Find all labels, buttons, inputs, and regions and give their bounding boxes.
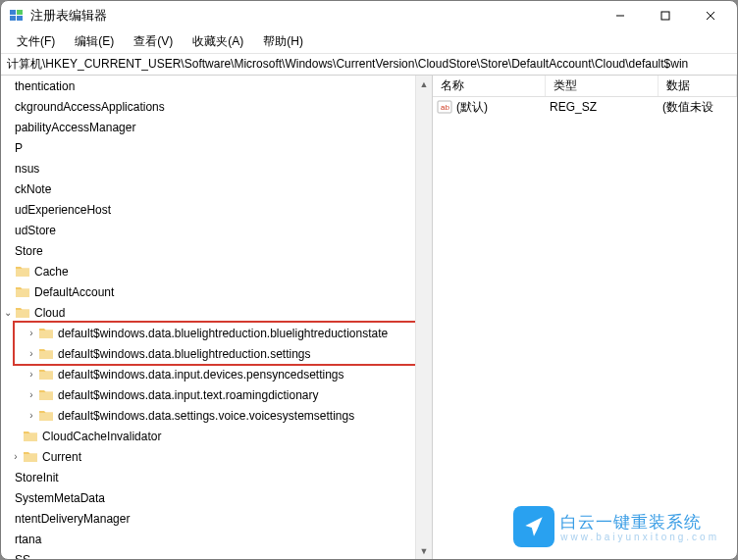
column-data[interactable]: 数据 — [659, 76, 737, 96]
registry-tree[interactable]: thenticationckgroundAccessApplicationspa… — [1, 76, 415, 559]
chevron-right-icon[interactable]: › — [9, 450, 23, 464]
tree-item[interactable]: DefaultAccount — [1, 281, 415, 302]
tree-item[interactable]: pabilityAccessManager — [1, 117, 415, 137]
folder-icon — [38, 326, 54, 341]
tree-item[interactable]: udStore — [1, 220, 415, 240]
tree-item[interactable]: rtana — [1, 529, 415, 549]
menu-help[interactable]: 帮助(H) — [253, 31, 313, 52]
tree-item[interactable]: thentication — [1, 76, 415, 96]
tree-item[interactable]: ›default$windows.data.settings.voice.voi… — [1, 405, 415, 426]
tree-item-label: SS — [15, 553, 30, 560]
tree-item-label: ckgroundAccessApplications — [15, 100, 165, 114]
watermark-subtext: www.baiyunxitong.com — [560, 532, 719, 542]
chevron-down-icon[interactable]: ⌄ — [1, 306, 15, 320]
tree-item-label: ckNote — [15, 182, 51, 196]
column-headers: 名称 类型 数据 — [433, 76, 737, 97]
svg-text:ab: ab — [441, 103, 449, 112]
address-bar[interactable]: 计算机\HKEY_CURRENT_USER\Software\Microsoft… — [1, 54, 737, 76]
tree-item[interactable]: Store — [1, 240, 415, 261]
tree-item-label: thentication — [15, 79, 75, 93]
tree-item[interactable]: ›default$windows.data.bluelightreduction… — [1, 343, 415, 364]
tree-item-label: default$windows.data.bluelightreduction.… — [58, 347, 311, 361]
tree-item-label: pabilityAccessManager — [15, 121, 135, 134]
tree-item[interactable]: ›default$windows.data.bluelightreduction… — [1, 323, 415, 343]
registry-editor-window: 注册表编辑器 文件(F) 编辑(E) 查看(V) 收藏夹(A) 帮助(H) 计算… — [0, 0, 738, 560]
menu-edit[interactable]: 编辑(E) — [65, 31, 124, 52]
tree-item[interactable]: Cache — [1, 261, 415, 281]
values-list[interactable]: ab(默认)REG_SZ(数值未设 — [433, 97, 737, 117]
tree-item-label: Store — [15, 244, 43, 258]
folder-icon — [15, 264, 30, 280]
tree-item-label: rtana — [15, 533, 41, 546]
tree-item-label: udStore — [15, 224, 56, 237]
tree-item-label: default$windows.data.input.devices.pensy… — [58, 368, 344, 382]
scroll-down-icon[interactable]: ▼ — [416, 542, 433, 559]
column-name[interactable]: 名称 — [433, 76, 546, 96]
chevron-right-icon[interactable]: › — [25, 327, 38, 340]
app-icon — [9, 8, 25, 24]
values-pane: 名称 类型 数据 ab(默认)REG_SZ(数值未设 — [433, 76, 737, 559]
tree-item-label: P — [15, 141, 23, 155]
folder-icon — [23, 429, 38, 444]
value-row[interactable]: ab(默认)REG_SZ(数值未设 — [433, 97, 737, 117]
string-value-icon: ab — [437, 99, 452, 115]
value-data: (数值未设 — [662, 99, 737, 116]
tree-item[interactable]: StoreInit — [1, 467, 415, 487]
maximize-button[interactable] — [643, 1, 688, 30]
tree-item[interactable]: SystemMetaData — [1, 487, 415, 508]
tree-item[interactable]: SS — [1, 549, 415, 559]
folder-icon — [15, 284, 30, 300]
tree-item-label: SystemMetaData — [15, 491, 105, 505]
menu-favorites[interactable]: 收藏夹(A) — [183, 31, 253, 52]
tree-item[interactable]: udExperienceHost — [1, 199, 415, 220]
tree-item-label: StoreInit — [15, 471, 59, 484]
tree-item-label: Cloud — [34, 306, 65, 320]
tree-item[interactable]: ›default$windows.data.input.text.roaming… — [1, 384, 415, 405]
chevron-right-icon[interactable]: › — [25, 368, 38, 382]
menu-file[interactable]: 文件(F) — [7, 31, 65, 52]
tree-item[interactable]: ckgroundAccessApplications — [1, 96, 415, 117]
tree-item-label: default$windows.data.settings.voice.voic… — [58, 409, 354, 423]
content-area: thenticationckgroundAccessApplicationspa… — [1, 76, 737, 559]
scroll-up-icon[interactable]: ▲ — [416, 76, 433, 92]
chevron-right-icon[interactable]: › — [25, 347, 38, 361]
tree-item[interactable]: ⌄Cloud — [1, 302, 415, 323]
svg-rect-0 — [10, 10, 16, 15]
tree-item-label: nsus — [15, 162, 39, 176]
close-button[interactable] — [688, 1, 733, 30]
tree-item-label: default$windows.data.bluelightreduction.… — [58, 327, 388, 340]
chevron-right-icon[interactable]: › — [25, 388, 38, 402]
tree-item[interactable]: CloudCacheInvalidator — [1, 426, 415, 446]
tree-item[interactable]: ntentDeliveryManager — [1, 508, 415, 529]
svg-rect-3 — [17, 16, 23, 21]
value-name: (默认) — [456, 99, 550, 116]
window-title: 注册表编辑器 — [30, 8, 107, 25]
tree-item[interactable]: ›default$windows.data.input.devices.pens… — [1, 364, 415, 384]
address-path: 计算机\HKEY_CURRENT_USER\Software\Microsoft… — [7, 57, 688, 71]
folder-icon — [23, 449, 38, 465]
watermark-logo-icon — [513, 506, 554, 547]
tree-item[interactable]: ckNote — [1, 178, 415, 199]
watermark: 白云一键重装系统 www.baiyunxitong.com — [513, 506, 719, 547]
tree-item-label: DefaultAccount — [34, 285, 114, 299]
tree-item[interactable]: nsus — [1, 158, 415, 178]
tree-item-label: CloudCacheInvalidator — [42, 430, 161, 443]
svg-rect-2 — [10, 16, 16, 21]
tree-scrollbar[interactable]: ▲ ▼ — [415, 76, 432, 559]
tree-item-label: udExperienceHost — [15, 203, 111, 217]
titlebar: 注册表编辑器 — [1, 1, 737, 30]
menu-view[interactable]: 查看(V) — [124, 31, 183, 52]
tree-item-label: default$windows.data.input.text.roamingd… — [58, 388, 319, 402]
tree-item[interactable]: ›Current — [1, 446, 415, 467]
watermark-text: 白云一键重装系统 — [560, 511, 719, 534]
tree-item-label: ntentDeliveryManager — [15, 512, 130, 526]
column-type[interactable]: 类型 — [546, 76, 659, 96]
value-type: REG_SZ — [550, 100, 662, 114]
chevron-right-icon[interactable]: › — [25, 409, 38, 423]
tree-item[interactable]: P — [1, 137, 415, 158]
svg-rect-1 — [17, 10, 23, 15]
folder-icon — [38, 367, 54, 382]
folder-icon — [15, 305, 30, 321]
minimize-button[interactable] — [598, 1, 643, 30]
menubar: 文件(F) 编辑(E) 查看(V) 收藏夹(A) 帮助(H) — [1, 30, 737, 54]
